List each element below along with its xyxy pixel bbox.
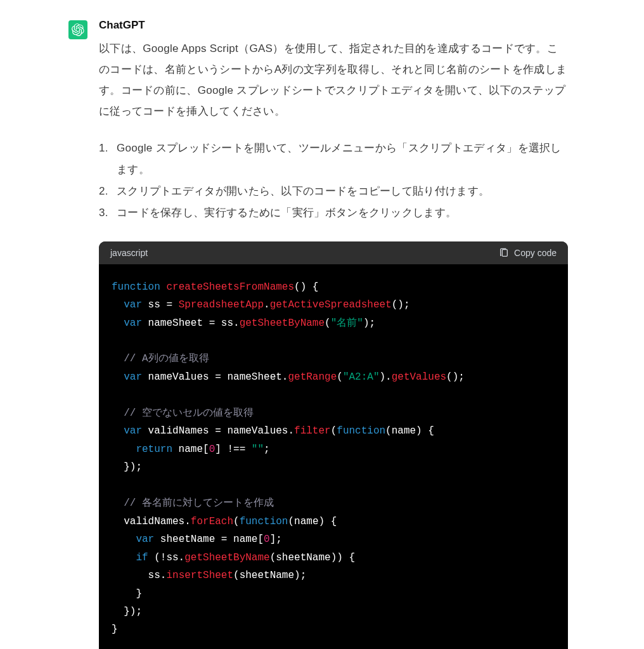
clipboard-icon (499, 248, 509, 258)
step-item: Google スプレッドシートを開いて、ツールメニューから「スクリプトエディタ」… (99, 138, 568, 181)
openai-logo-icon (72, 23, 84, 36)
code-language-label: javascript (110, 248, 148, 258)
message-content: ChatGPT 以下は、Google Apps Script（GAS）を使用して… (99, 19, 568, 649)
code-body[interactable]: function createSheetsFromNames() { var s… (99, 264, 568, 649)
svg-rect-0 (502, 249, 507, 256)
code-header: javascript Copy code (99, 241, 568, 264)
code-block: javascript Copy code function createShee… (99, 241, 568, 649)
copy-code-button[interactable]: Copy code (499, 248, 557, 258)
author-name: ChatGPT (99, 19, 568, 32)
chatgpt-avatar (68, 20, 87, 39)
steps-list: Google スプレッドシートを開いて、ツールメニューから「スクリプトエディタ」… (99, 138, 568, 224)
step-item: スクリプトエディタが開いたら、以下のコードをコピーして貼り付けます。 (99, 181, 568, 202)
step-item: コードを保存し、実行するために「実行」ボタンをクリックします。 (99, 202, 568, 224)
intro-paragraph: 以下は、Google Apps Script（GAS）を使用して、指定された目的… (99, 38, 568, 122)
copy-code-label: Copy code (514, 248, 557, 258)
